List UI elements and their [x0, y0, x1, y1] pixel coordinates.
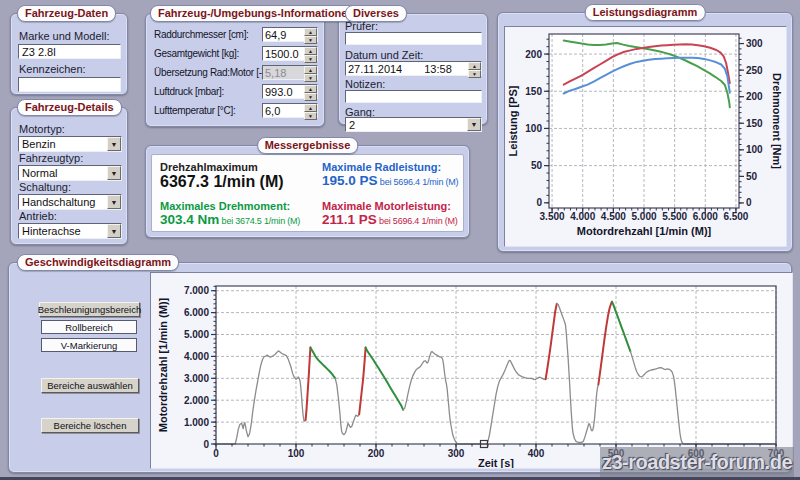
gesamtgewicht-spinner[interactable]: 1500.0 ▲▼: [262, 46, 318, 61]
spin-up-icon[interactable]: ▲: [304, 47, 317, 55]
geschwindigkeitsdiagramm-box: 010020030040050060070001.0002.0003.0004.…: [150, 272, 793, 469]
spin-up-icon[interactable]: ▲: [304, 28, 317, 36]
spin-down-icon[interactable]: ▼: [304, 36, 317, 44]
gang-value: 2: [346, 118, 467, 131]
antrieb-value: Hinterachse: [19, 224, 107, 238]
schaltung-label: Schaltung:: [19, 181, 71, 193]
datum-wert: 27.11.201413:58: [346, 62, 468, 75]
svg-text:0: 0: [213, 448, 219, 459]
spin-down-icon[interactable]: ▼: [304, 93, 317, 101]
svg-text:Motordrehzahl [1/min (M)]: Motordrehzahl [1/min (M)]: [157, 297, 169, 432]
radleistung-block: Maximale Radleistung: 195.0 PS bei 5696.…: [322, 161, 458, 188]
notizen-label: Notizen:: [345, 78, 385, 90]
rollbereich-button[interactable]: Rollbereich: [41, 320, 137, 334]
motorleistung-label: Maximale Motorleistung:: [322, 200, 458, 212]
lufttemperatur-spinner[interactable]: 6,0 ▲▼: [262, 103, 318, 118]
luftdruck-spinner[interactable]: 993.0 ▲▼: [262, 84, 318, 99]
fahrzeugtyp-value: Normal: [19, 166, 107, 180]
svg-text:3.000: 3.000: [184, 373, 209, 384]
luftdruck-label: Luftdruck [mbar]:: [154, 86, 224, 97]
spin-down-icon[interactable]: ▼: [304, 55, 317, 63]
drehzahlmax-value: 6367.3 1/min (M): [160, 173, 284, 191]
svg-text:4.500: 4.500: [601, 211, 626, 222]
zeit-value: 13:58: [424, 63, 452, 75]
svg-text:250: 250: [746, 65, 763, 76]
messergebnisse-box: Drehzahlmaximum 6367.3 1/min (M) Maximal…: [151, 154, 464, 232]
kennzeichen-input[interactable]: [18, 77, 121, 92]
pruefer-input[interactable]: [345, 32, 482, 45]
svg-text:100: 100: [288, 448, 305, 459]
svg-text:6.500: 6.500: [723, 211, 748, 222]
fahrzeug-details-title: Fahrzeug-Details: [17, 99, 122, 116]
drehmoment-label: Maximales Drehmoment:: [160, 200, 300, 212]
gesamtgewicht-value: 1500.0: [263, 47, 304, 60]
svg-text:5.000: 5.000: [631, 211, 656, 222]
chevron-down-icon[interactable]: ▼: [107, 224, 121, 238]
luftdruck-value: 993.0: [263, 85, 304, 98]
leistungsdiagramm-title: Leistungsdiagramm: [585, 4, 706, 21]
spin-down-icon[interactable]: ▼: [468, 70, 481, 78]
raddurchmesser-spinner[interactable]: 64,9 ▲▼: [262, 27, 318, 42]
chevron-down-icon[interactable]: ▼: [467, 118, 481, 131]
radleistung-value: 195.0 PS: [322, 173, 378, 188]
notizen-input[interactable]: [345, 90, 482, 103]
spin-down-icon[interactable]: ▼: [304, 112, 317, 120]
bereiche-loeschen-button[interactable]: Bereiche löschen: [41, 418, 139, 433]
drehmoment-value: 303.4 Nm: [160, 212, 219, 227]
beschleunigungsbereich-button[interactable]: Beschleunigungsbereich: [39, 302, 140, 317]
raddurchmesser-value: 64,9: [263, 28, 304, 41]
antrieb-label: Antrieb:: [19, 210, 57, 222]
chevron-down-icon[interactable]: ▼: [107, 137, 121, 151]
uebersetzung-spinner: 5,18 ▲▼: [262, 65, 318, 80]
spin-up-icon[interactable]: ▲: [304, 104, 317, 112]
motorleistung-value: 211.1 PS: [322, 212, 377, 227]
messergebnisse-panel: Messergebnisse Drehzahlmaximum 6367.3 1/…: [145, 145, 470, 238]
datum-zeit-spinner[interactable]: 27.11.201413:58 ▲▼: [345, 61, 482, 76]
svg-text:Leistung [PS]: Leistung [PS]: [507, 85, 519, 156]
lufttemperatur-label: Lufttemperatur [°C]:: [154, 105, 235, 116]
radleistung-bei: bei 5696.4 1/min (M): [378, 177, 459, 187]
svg-text:1.000: 1.000: [184, 417, 209, 428]
radleistung-label: Maximale Radleistung:: [322, 161, 458, 173]
marke-input[interactable]: [18, 44, 121, 59]
svg-text:0: 0: [203, 439, 209, 450]
geschwindigkeitsdiagramm-chart[interactable]: 010020030040050060070001.0002.0003.0004.…: [151, 273, 792, 468]
svg-text:150: 150: [525, 86, 542, 97]
svg-text:5.500: 5.500: [662, 211, 687, 222]
schaltung-value: Handschaltung: [19, 195, 107, 209]
fahrzeugtyp-label: Fahrzeugtyp:: [19, 152, 83, 164]
svg-text:200: 200: [746, 91, 763, 102]
umgebungs-title: Fahrzeug-/Umgebungs-Informationen: [150, 5, 362, 22]
fahrzeugtyp-select[interactable]: Normal ▼: [18, 165, 122, 181]
chevron-down-icon[interactable]: ▼: [107, 195, 121, 209]
diverses-title: Diverses: [345, 5, 407, 22]
geschwindigkeitsdiagramm-title: Geschwindigkeitsdiagramm: [17, 254, 179, 271]
lufttemperatur-value: 6,0: [263, 104, 304, 117]
schaltung-select[interactable]: Handschaltung ▼: [18, 194, 122, 210]
messergebnisse-title: Messergebnisse: [257, 137, 359, 154]
bereiche-auswaehlen-button[interactable]: Bereiche auswählen: [41, 378, 139, 393]
marke-label: Marke und Modell:: [19, 30, 110, 42]
raddurchmesser-label: Raddurchmesser [cm]:: [154, 29, 249, 40]
leistungsdiagramm-panel: Leistungsdiagramm 3.5004.0004.5005.0005.…: [497, 12, 793, 252]
watermark: z3-roadster-forum.de: [600, 447, 794, 477]
svg-text:6.000: 6.000: [184, 307, 209, 318]
svg-text:400: 400: [528, 448, 545, 459]
datum-value: 27.11.2014: [348, 63, 402, 75]
luftdruck-row: Luftdruck [mbar]: 993.0 ▲▼: [154, 84, 318, 100]
svg-text:6.000: 6.000: [693, 211, 718, 222]
gesamtgewicht-label: Gesamtgewicht [kg]:: [154, 48, 239, 59]
svg-text:0: 0: [746, 197, 752, 208]
antrieb-select[interactable]: Hinterachse ▼: [18, 223, 122, 239]
v-markierung-button[interactable]: V-Markierung: [41, 338, 137, 352]
motortyp-select[interactable]: Benzin ▼: [18, 136, 122, 152]
drehzahlmax-label: Drehzahlmaximum: [160, 161, 284, 173]
gang-select[interactable]: 2 ▼: [345, 117, 482, 132]
chevron-down-icon[interactable]: ▼: [107, 166, 121, 180]
motortyp-value: Benzin: [19, 137, 107, 151]
fahrzeug-details-panel: Fahrzeug-Details Motortyp: Benzin ▼ Fahr…: [10, 107, 128, 245]
spin-up-icon[interactable]: ▲: [468, 62, 481, 70]
spin-up-icon: ▲: [304, 66, 317, 74]
svg-text:4.000: 4.000: [570, 211, 595, 222]
spin-up-icon[interactable]: ▲: [304, 85, 317, 93]
